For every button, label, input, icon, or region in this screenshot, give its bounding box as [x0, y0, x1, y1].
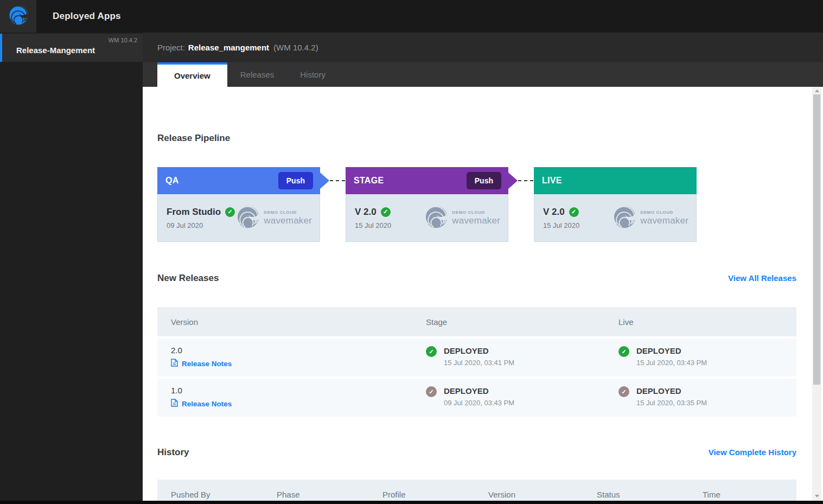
stage-time: 15 Jul 2020, 03:41 PM — [444, 359, 514, 367]
table-row: 2.0 Release Notes — [157, 339, 796, 377]
live-success-check-icon — [569, 207, 579, 217]
view-all-releases-link[interactable]: View All Releases — [728, 273, 796, 283]
release-notes-link[interactable]: Release Notes — [171, 399, 232, 409]
column-phase: Phase — [263, 480, 369, 501]
new-releases-table-header: Version Stage Live — [157, 307, 796, 336]
logo-text-wavemaker: wavemaker — [640, 215, 688, 226]
table-row: 1.0 Release Notes — [157, 379, 796, 417]
release-notes-link[interactable]: Release Notes — [171, 359, 232, 368]
column-time: Time — [689, 480, 796, 501]
column-version: Version — [475, 480, 583, 501]
live-stage-name: LIVE — [542, 176, 562, 186]
column-profile: Profile — [369, 480, 475, 501]
history-title: History — [157, 447, 189, 458]
live-status: DEPLOYED — [636, 386, 707, 395]
sidebar-item-release-management[interactable]: WM 10.4.2 Release-Mangement — [0, 34, 143, 62]
history-table: Pushed By Phase Profile Version Status T… — [157, 480, 796, 501]
top-bar: Deployed Apps — [0, 0, 823, 33]
stage-stage-header: STAGE Push — [346, 167, 508, 194]
pipeline-card-stage: STAGE Push V 2.0 15 Jul 2020 — [346, 167, 508, 242]
live-cloud-logo: DEMO CLOUD wavemaker — [612, 205, 688, 232]
document-icon — [171, 399, 178, 409]
tab-releases[interactable]: Releases — [227, 62, 288, 87]
release-version: 2.0 — [171, 346, 412, 355]
qa-push-button[interactable]: Push — [278, 172, 313, 189]
live-deploy-date: 15 Jul 2020 — [543, 221, 579, 229]
app-logo-tile[interactable] — [0, 0, 36, 33]
qa-stage-body: From Studio 09 Jul 2020 — [157, 194, 320, 242]
scroll-down-arrow-icon[interactable] — [812, 492, 821, 500]
stage-deployed-check-icon — [426, 386, 437, 397]
live-time: 15 Jul 2020, 03:35 PM — [636, 399, 707, 407]
wavemaker-wave-icon — [424, 205, 449, 232]
wavemaker-logo-icon — [8, 4, 29, 28]
release-notes-label: Release Notes — [182, 360, 232, 368]
view-complete-history-link[interactable]: View Complete History — [709, 448, 796, 457]
pipeline-card-live: LIVE V 2.0 15 Jul 2020 — [534, 167, 697, 242]
logo-text-wavemaker: wavemaker — [264, 215, 312, 226]
pipeline-connector — [320, 167, 346, 194]
live-status: DEPLOYED — [636, 346, 707, 355]
live-version-label: V 2.0 — [543, 207, 565, 218]
live-stage-body: V 2.0 15 Jul 2020 — [534, 194, 697, 242]
column-version: Version — [157, 307, 412, 336]
qa-version-label: From Studio — [167, 207, 221, 218]
logo-text-wavemaker: wavemaker — [452, 215, 500, 226]
stage-status: DEPLOYED — [444, 386, 514, 395]
stage-stage-body: V 2.0 15 Jul 2020 — [346, 194, 508, 242]
logo-text-demo-cloud: DEMO CLOUD — [640, 210, 688, 215]
document-icon — [171, 359, 178, 368]
logo-text-demo-cloud: DEMO CLOUD — [264, 210, 312, 215]
qa-stage-header: QA Push — [157, 167, 320, 194]
stage-success-check-icon — [381, 207, 391, 217]
pipeline-connector — [508, 167, 534, 194]
page-title: Deployed Apps — [53, 0, 121, 33]
live-deployed-check-icon — [618, 386, 629, 397]
stage-push-button[interactable]: Push — [467, 172, 501, 189]
qa-stage-name: QA — [165, 176, 179, 186]
stage-time: 09 Jul 2020, 03:43 PM — [444, 399, 514, 407]
column-live: Live — [605, 307, 796, 336]
qa-cloud-logo: DEMO CLOUD wavemaker — [235, 205, 312, 232]
logo-text-demo-cloud: DEMO CLOUD — [452, 210, 500, 215]
project-header: Project: Release_mangement (WM 10.4.2) — [143, 33, 823, 62]
live-time: 15 Jul 2020, 03:43 PM — [636, 359, 707, 367]
stage-deploy-date: 15 Jul 2020 — [355, 221, 391, 229]
release-notes-label: Release Notes — [182, 400, 232, 408]
wavemaker-wave-icon — [235, 205, 260, 232]
stage-cloud-logo: DEMO CLOUD wavemaker — [424, 205, 500, 232]
tab-history[interactable]: History — [287, 62, 339, 87]
tab-overview[interactable]: Overview — [157, 62, 227, 87]
live-stage-header: LIVE — [534, 167, 697, 194]
project-version: (WM 10.4.2) — [273, 43, 318, 52]
qa-deploy-date: 09 Jul 2020 — [167, 221, 235, 229]
wavemaker-wave-icon — [612, 205, 637, 232]
stage-version-label: V 2.0 — [355, 207, 377, 218]
release-pipeline-title: Release Pipeline — [157, 133, 230, 144]
sidebar-app-version: WM 10.4.2 — [109, 37, 137, 43]
column-status: Status — [583, 480, 689, 501]
pipeline-card-qa: QA Push From Studio 09 Jul 2020 — [157, 167, 320, 242]
scroll-up-arrow-icon[interactable] — [812, 87, 821, 94]
release-version: 1.0 — [171, 386, 412, 395]
sidebar-app-name: Release-Mangement — [16, 46, 95, 55]
stage-stage-name: STAGE — [354, 176, 384, 186]
sidebar: WM 10.4.2 Release-Mangement — [0, 33, 143, 501]
scrollbar-thumb[interactable] — [813, 94, 820, 385]
bottom-strip — [0, 501, 823, 504]
column-stage: Stage — [412, 307, 605, 336]
release-pipeline: QA Push From Studio 09 Jul 2020 — [157, 167, 796, 242]
project-label: Project: — [157, 43, 185, 52]
tab-bar: Overview Releases History — [143, 62, 823, 87]
vertical-scrollbar[interactable] — [812, 87, 821, 501]
column-pushed-by: Pushed By — [157, 480, 263, 501]
live-deployed-check-icon — [618, 346, 629, 357]
qa-success-check-icon — [225, 207, 235, 217]
new-releases-title: New Releases — [157, 273, 219, 284]
project-name: Release_mangement — [188, 43, 269, 52]
new-releases-table: Version Stage Live 2.0 — [157, 307, 796, 417]
stage-deployed-check-icon — [426, 346, 437, 357]
main-content: Release Pipeline QA Push From Studio 09 … — [143, 87, 823, 501]
history-table-header: Pushed By Phase Profile Version Status T… — [157, 480, 796, 501]
stage-status: DEPLOYED — [444, 346, 514, 355]
